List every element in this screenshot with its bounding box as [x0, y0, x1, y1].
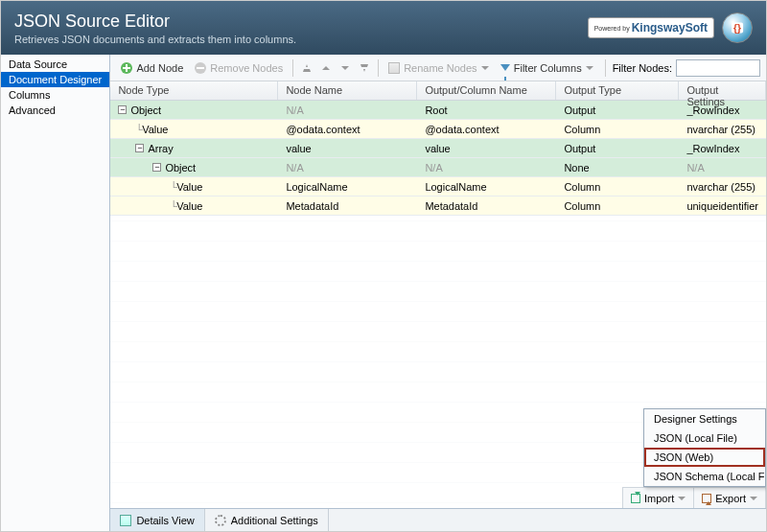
col-output-type[interactable]: Output Type — [556, 81, 679, 100]
move-up-button[interactable] — [317, 64, 335, 72]
expander-icon[interactable]: − — [118, 105, 127, 114]
sidebar-item-data-source[interactable]: Data Source — [1, 57, 109, 72]
bottom-bar: Import Export — [622, 487, 766, 508]
plus-icon — [121, 62, 132, 74]
main-panel: Add Node Remove Nodes Rename Nodes Filte… — [110, 55, 766, 531]
import-button[interactable]: Import — [623, 488, 694, 508]
filter-nodes-input[interactable] — [676, 59, 760, 77]
remove-nodes-button[interactable]: Remove Nodes — [190, 60, 288, 76]
additional-settings-tab[interactable]: Additional Settings — [205, 509, 329, 531]
header-logos: Powered by KingswaySoft — [588, 12, 753, 43]
app-subtitle: Retrieves JSON documents and extracts th… — [14, 34, 296, 45]
toolbar: Add Node Remove Nodes Rename Nodes Filte… — [110, 55, 766, 81]
rename-nodes-button[interactable]: Rename Nodes — [384, 60, 493, 76]
export-button[interactable]: Export — [694, 488, 766, 508]
sidebar-item-columns[interactable]: Columns — [1, 87, 109, 103]
expander-icon[interactable]: − — [152, 163, 161, 172]
table-row[interactable]: −ObjectN/AN/ANoneN/A — [110, 158, 766, 177]
sidebar-item-advanced[interactable]: Advanced — [1, 103, 109, 118]
details-view-tab[interactable]: Details View — [110, 509, 204, 531]
col-output-column[interactable]: Output/Column Name — [417, 81, 556, 100]
sidebar-nav: Data SourceDocument DesignerColumnsAdvan… — [1, 55, 110, 531]
expander-icon[interactable]: − — [135, 144, 144, 152]
gear-icon — [215, 515, 226, 526]
footer-tabs: Details View Additional Settings — [110, 508, 766, 531]
table-row[interactable]: └Value@odata.context@odata.contextColumn… — [110, 120, 766, 139]
sidebar-item-document-designer[interactable]: Document Designer — [1, 72, 109, 87]
col-output-settings[interactable]: Output Settings — [679, 81, 766, 100]
funnel-icon — [500, 64, 510, 71]
table-row[interactable]: └ValueMetadataIdMetadataIdColumnuniqueid… — [110, 197, 766, 216]
chevron-down-icon — [750, 497, 757, 500]
chevron-down-icon — [586, 66, 593, 70]
minus-icon — [195, 62, 206, 74]
rename-icon — [388, 62, 400, 74]
up-icon — [322, 66, 330, 70]
double-down-icon — [360, 64, 368, 72]
table-row[interactable]: −ObjectN/ARootOutput_RowIndex — [110, 101, 766, 120]
filter-columns-button[interactable]: Filter Columns — [496, 60, 598, 76]
popup-item[interactable]: JSON (Local File) — [644, 428, 765, 448]
col-node-type[interactable]: Node Type — [110, 81, 278, 100]
table-row[interactable]: −ArrayvaluevalueOutput_RowIndex — [110, 139, 766, 158]
col-node-name[interactable]: Node Name — [278, 81, 417, 100]
json-orb-icon — [722, 12, 753, 43]
move-down-button[interactable] — [337, 64, 354, 72]
filter-nodes-label: Filter Nodes: — [613, 62, 672, 74]
app-header: JSON Source Editor Retrieves JSON docume… — [1, 1, 766, 55]
popup-item[interactable]: JSON Schema (Local F — [644, 467, 765, 486]
kingswaysoft-logo[interactable]: Powered by KingswaySoft — [588, 17, 714, 38]
chevron-down-icon — [678, 497, 686, 500]
double-up-icon — [303, 64, 311, 72]
grid-header: Node Type Node Name Output/Column Name O… — [110, 81, 766, 101]
down-icon — [341, 66, 349, 70]
popup-item[interactable]: Designer Settings — [644, 409, 765, 428]
move-bottom-button[interactable] — [356, 62, 373, 74]
app-title: JSON Source Editor — [14, 12, 296, 32]
add-node-button[interactable]: Add Node — [116, 60, 188, 76]
import-popup-menu: Designer SettingsJSON (Local File)JSON (… — [643, 408, 766, 487]
popup-item[interactable]: JSON (Web) — [644, 448, 765, 467]
move-top-button[interactable] — [298, 62, 315, 74]
chevron-down-icon — [481, 66, 489, 70]
import-icon — [631, 494, 640, 503]
table-row[interactable]: └ValueLogicalNameLogicalNameColumnnvarch… — [110, 177, 766, 197]
details-icon — [120, 515, 131, 526]
export-icon — [702, 494, 711, 503]
